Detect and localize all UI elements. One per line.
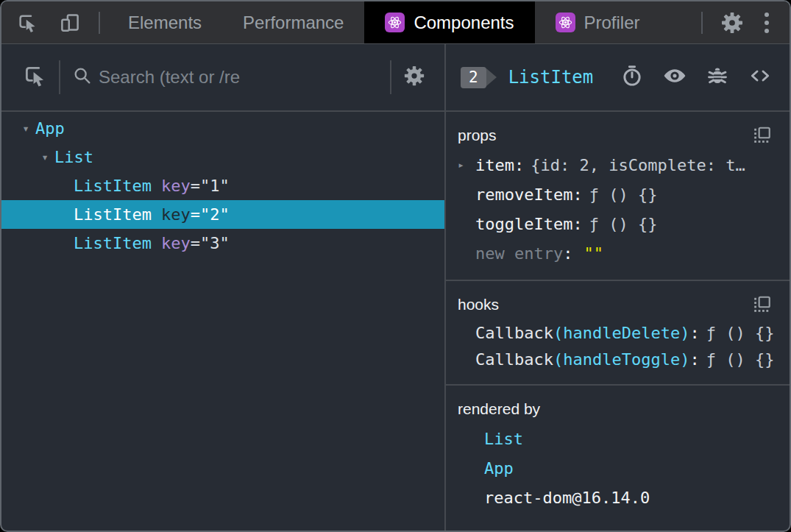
key-attribute: key: [161, 234, 191, 252]
select-component-button[interactable]: [22, 63, 47, 91]
hook-value: ƒ () {}: [706, 350, 775, 369]
caret-down-icon[interactable]: ▾: [16, 121, 35, 135]
colon: :: [563, 244, 572, 263]
component-name: ListItem: [74, 177, 152, 195]
tree-panel: ▾ App ▾ List ListItem key ="1" ListItem …: [1, 44, 446, 531]
prop-value: {id: 2, isComplete: t…: [531, 156, 745, 174]
tree-row-listitem-2-selected[interactable]: ListItem key ="2": [1, 200, 444, 229]
prop-value: ƒ () {}: [589, 185, 658, 204]
gear-icon: [403, 65, 425, 90]
toolbar-divider: [390, 60, 391, 94]
prop-name: toggleItem: [475, 215, 572, 233]
hooks-section: hooks: [446, 281, 790, 386]
eye-icon: [661, 64, 688, 91]
tree-toolbar: [1, 44, 444, 112]
colon: :: [689, 324, 699, 342]
editable-value[interactable]: "": [584, 244, 603, 263]
component-tree: ▾ App ▾ List ListItem key ="1" ListItem …: [1, 112, 444, 531]
colon: :: [689, 350, 699, 369]
toolbar-divider: [701, 12, 703, 34]
caret-down-icon[interactable]: ▾: [35, 150, 54, 164]
devtools-toolbar: Elements Performance Components: [1, 1, 790, 44]
badge-arrow-icon: [486, 68, 497, 86]
tab-label: Components: [414, 13, 514, 33]
device-toolbar-button[interactable]: [49, 1, 91, 43]
key-value: ="2": [191, 205, 230, 224]
copy-hooks-button[interactable]: [753, 295, 772, 314]
stopwatch-icon: [620, 64, 644, 91]
inspected-element-details: props: [446, 112, 790, 531]
inspector-panel: 2 ListItem: [446, 44, 790, 531]
key-value: ="1": [191, 177, 230, 195]
colon: :: [514, 156, 524, 174]
prop-name: item: [475, 156, 514, 174]
inspect-cursor-icon: [22, 63, 47, 91]
tab-elements[interactable]: Elements: [107, 1, 222, 43]
tab-profiler[interactable]: Profiler: [535, 1, 661, 43]
hook-function-name: (handleToggle): [553, 350, 689, 369]
hook-row-handledelete[interactable]: Callback(handleDelete): ƒ () {}: [458, 319, 782, 346]
hooks-title: hooks: [458, 296, 499, 313]
hook-value: ƒ () {}: [706, 324, 775, 342]
kebab-menu-icon: [765, 13, 769, 33]
rendered-by-link-list[interactable]: List: [484, 430, 523, 448]
tab-label: Profiler: [584, 13, 640, 33]
components-panel: ▾ App ▾ List ListItem key ="1" ListItem …: [1, 44, 790, 531]
tab-label: Elements: [128, 13, 202, 33]
devtools-window: Elements Performance Components: [0, 0, 791, 532]
component-name: List: [54, 148, 93, 166]
key-value: ="3": [191, 234, 230, 252]
device-toolbar-icon: [59, 12, 81, 34]
props-section: props: [446, 112, 790, 281]
rendered-by-row: List: [458, 424, 782, 453]
settings-button[interactable]: [710, 1, 754, 43]
prop-row-item[interactable]: ▸ item: {id: 2, isComplete: t…: [458, 150, 782, 180]
caret-right-icon[interactable]: ▸: [458, 158, 475, 171]
view-source-button[interactable]: [747, 64, 773, 91]
toolbar-divider: [99, 12, 100, 34]
more-options-button[interactable]: [754, 1, 779, 43]
tab-label: Performance: [243, 13, 344, 33]
prop-row-removeitem[interactable]: removeItem: ƒ () {}: [458, 180, 782, 209]
log-to-console-button[interactable]: [706, 64, 729, 91]
prop-value: ƒ () {}: [589, 215, 658, 233]
props-title: props: [458, 127, 497, 144]
component-name: ListItem: [74, 205, 152, 224]
tree-row-app[interactable]: ▾ App: [1, 114, 444, 143]
rendered-by-react-dom-version: react-dom@16.14.0: [484, 489, 650, 507]
rendered-by-row: react-dom@16.14.0: [458, 483, 782, 512]
copy-props-button[interactable]: [753, 126, 772, 145]
inspect-dom-button[interactable]: [661, 64, 688, 91]
prop-row-new-entry[interactable]: new entry: "": [458, 238, 782, 268]
code-brackets-icon: [747, 64, 773, 91]
tab-performance[interactable]: Performance: [222, 1, 364, 43]
bug-icon: [706, 64, 729, 91]
search-icon: [72, 65, 93, 89]
rendered-by-link-app[interactable]: App: [484, 459, 514, 478]
tab-components[interactable]: Components: [364, 1, 534, 43]
inspect-cursor-icon: [16, 12, 38, 34]
key-attribute: key: [161, 177, 191, 195]
new-entry-placeholder[interactable]: new entry: [475, 244, 563, 263]
react-logo-icon: [385, 13, 405, 32]
rendered-by-row: App: [458, 453, 782, 483]
hook-row-handletoggle[interactable]: Callback(handleToggle): ƒ () {}: [458, 346, 782, 372]
tree-row-listitem-1[interactable]: ListItem key ="1": [1, 171, 444, 200]
key-badge: 2: [461, 67, 486, 88]
rendered-by-section: rendered by List App react-dom@16.14.0: [446, 386, 790, 524]
component-name: App: [35, 119, 65, 138]
selected-component-name: ListItem: [508, 67, 594, 88]
toolbar-divider: [59, 60, 60, 94]
view-settings-button[interactable]: [403, 65, 444, 90]
inspector-header: 2 ListItem: [446, 44, 790, 112]
rendered-by-title: rendered by: [458, 400, 540, 418]
inspect-element-button[interactable]: [1, 1, 49, 43]
hook-function-name: (handleDelete): [553, 324, 689, 342]
search-input[interactable]: [93, 67, 378, 88]
key-attribute: key: [161, 205, 191, 224]
prop-row-toggleitem[interactable]: toggleItem: ƒ () {}: [458, 209, 782, 238]
tree-row-listitem-3[interactable]: ListItem key ="3": [1, 229, 444, 258]
suspend-toggle-button[interactable]: [620, 64, 644, 91]
tree-row-list[interactable]: ▾ List: [1, 143, 444, 171]
prop-name: removeItem: [475, 185, 572, 204]
